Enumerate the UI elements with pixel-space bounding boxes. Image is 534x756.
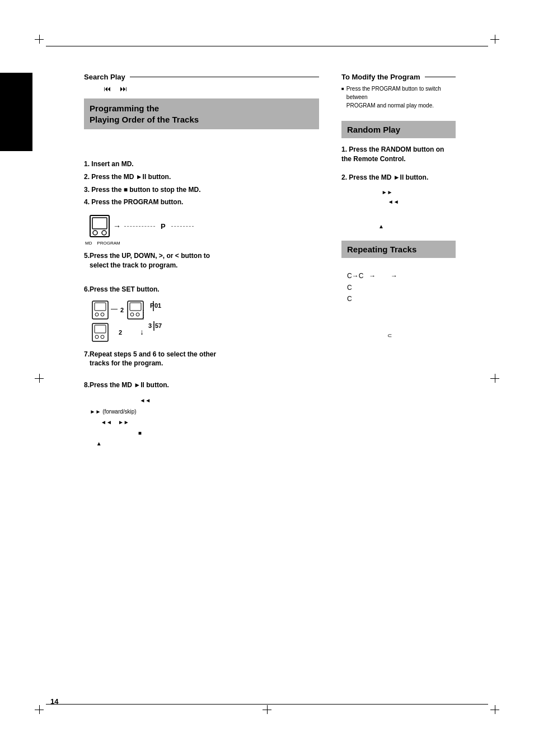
- svg-point-12: [130, 313, 134, 316]
- random-note-rew: ◄◄: [344, 197, 456, 206]
- step-5: 5.Press the UP, DOWN, >, or < button to …: [84, 251, 319, 270]
- svg-point-13: [136, 313, 139, 316]
- to-modify-section: To Modify the Program ■ Press the PROGRA…: [341, 73, 456, 110]
- dashes-1: [124, 226, 155, 227]
- md-cassette-icon: [90, 215, 110, 237]
- programming-heading: Programming the Playing Order of the Tra…: [84, 98, 319, 129]
- repeat-diagram: C→C → → C C: [347, 269, 456, 304]
- step-6: 6.Press the SET button.: [84, 285, 319, 294]
- repeating-tracks-heading: Repeating Tracks: [341, 241, 456, 258]
- svg-text:2: 2: [120, 307, 124, 313]
- svg-rect-11: [130, 303, 141, 311]
- step-8-notes: ◄◄ ►► (forward/skip) ◄◄ ►► ■: [87, 396, 319, 448]
- step-8: 8.Press the MD ►II button.: [84, 381, 319, 390]
- diagram-1: → P: [90, 215, 319, 237]
- programming-section: Programming the Playing Order of the Tra…: [84, 98, 319, 448]
- svg-point-16: [95, 335, 99, 339]
- spacer-7-8: [84, 372, 319, 381]
- repeat-note: ⊂: [347, 332, 456, 339]
- step8-note-eject: ▲: [87, 439, 319, 448]
- top-border: [46, 46, 488, 46]
- svg-rect-15: [95, 325, 106, 333]
- search-play-transport: ⏮ ⏭: [104, 84, 319, 93]
- svg-rect-5: [95, 303, 106, 311]
- search-play-heading: Search Play: [84, 73, 319, 81]
- step-4: 4. Press the PROGRAM button.: [84, 198, 319, 207]
- repeating-tracks-section: Repeating Tracks C→C → → C C: [341, 241, 456, 338]
- svg-point-7: [101, 313, 104, 316]
- corner-mark-br: [490, 705, 499, 714]
- svg-text:—: —: [111, 305, 118, 313]
- corner-mark-tl: [35, 35, 44, 44]
- step-2: 2. Press the MD ►II button.: [84, 172, 319, 182]
- step8-note-ff: ◄◄: [87, 396, 319, 405]
- svg-text:57: 57: [155, 322, 162, 329]
- spacer-after-5: [84, 274, 319, 285]
- svg-rect-1: [92, 218, 107, 229]
- corner-mark-tr: [490, 35, 499, 44]
- step8-note-stop: ■: [87, 429, 319, 438]
- svg-text:2: 2: [119, 329, 122, 336]
- midpoint-mark-l: [35, 374, 44, 383]
- step8-note-transport: ◄◄ ►►: [87, 418, 319, 427]
- dashes-2: [171, 226, 194, 227]
- p-label: P: [161, 222, 166, 231]
- to-modify-bullet: ■ Press the PROGRAM button to switch bet…: [341, 84, 456, 110]
- md-program-label: MD PROGRAM: [85, 241, 319, 246]
- set-diagram-svg: — 2: [90, 300, 202, 342]
- search-play-section: Search Play ⏮ ⏭: [84, 73, 319, 93]
- random-step-2: 2. Press the MD ►II button.: [341, 173, 456, 182]
- programming-spacer: [84, 137, 319, 159]
- step-3: 3. Press the ■ button to stop the MD.: [84, 185, 319, 195]
- set-diagram: — 2: [90, 300, 319, 344]
- random-notes: ►► ◄◄: [344, 187, 456, 206]
- step-1: 1. Insert an MD.: [84, 159, 319, 169]
- step8-note-skip: ►► (forward/skip): [87, 407, 319, 416]
- step-7: 7.Repeat steps 5 and 6 to select the oth…: [84, 350, 319, 369]
- svg-text:3: 3: [148, 322, 152, 329]
- svg-point-17: [101, 335, 104, 339]
- svg-point-3: [102, 231, 106, 235]
- random-play-section: Random Play 1. Press the RANDOM button o…: [341, 121, 456, 229]
- black-sidebar-block: [0, 73, 32, 151]
- random-play-heading: Random Play: [341, 121, 456, 138]
- midpoint-mark-r: [490, 374, 499, 383]
- corner-mark-bl: [35, 705, 44, 714]
- bottom-border: [46, 704, 488, 705]
- to-modify-heading: To Modify the Program: [341, 73, 456, 81]
- svg-point-6: [95, 313, 99, 316]
- to-modify-line: [425, 77, 456, 77]
- random-note-ff: ►►: [344, 187, 456, 197]
- right-column: To Modify the Program ■ Press the PROGRA…: [330, 73, 456, 450]
- arrow-1: →: [113, 222, 121, 231]
- search-play-line: [130, 77, 319, 77]
- random-step-1: 1. Press the RANDOM button on the Remote…: [341, 145, 456, 164]
- svg-text:↓: ↓: [140, 327, 144, 336]
- svg-text:01: 01: [154, 302, 161, 309]
- random-eject: ▲: [344, 223, 456, 229]
- bottom-center-mark: [263, 705, 271, 714]
- svg-point-2: [93, 231, 97, 235]
